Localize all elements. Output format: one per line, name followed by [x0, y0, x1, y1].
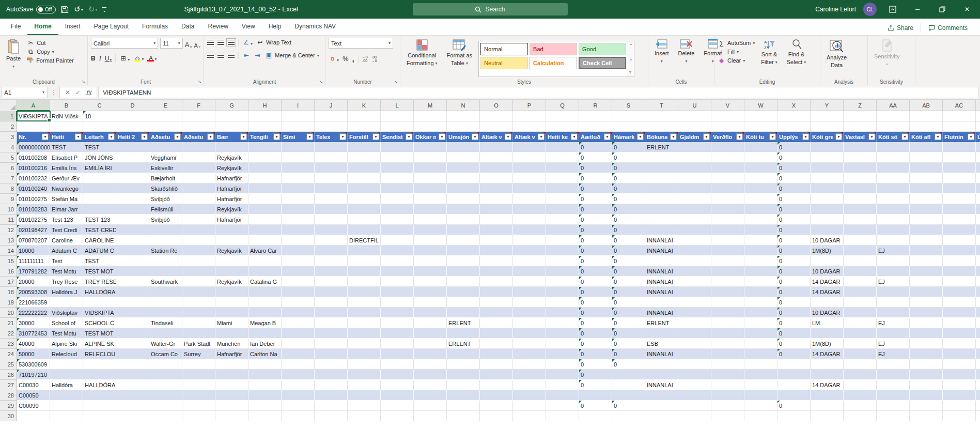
column-header-A[interactable]: A: [17, 100, 50, 111]
redo-button[interactable]: ↻▾: [88, 5, 98, 14]
column-header-S[interactable]: S: [612, 100, 645, 111]
cell-Y27[interactable]: 14 DAGAR: [811, 380, 844, 390]
cell-X4[interactable]: 0: [777, 142, 811, 152]
cell-R23[interactable]: 0: [579, 339, 612, 349]
row-header-18[interactable]: 18: [0, 287, 17, 297]
cell-R14[interactable]: 0: [579, 246, 612, 256]
cell-F24[interactable]: Surrey: [182, 349, 215, 359]
cell-B24[interactable]: Relecloud: [50, 349, 83, 359]
row-header-3[interactable]: 3: [0, 132, 17, 142]
orientation-button[interactable]: ∠▾: [242, 39, 253, 46]
increase-decimal-button[interactable]: ←0.00: [362, 55, 368, 63]
undo-button[interactable]: ↺▾: [74, 5, 83, 14]
cell-E11[interactable]: Svíþjóð: [149, 215, 182, 225]
cell-B11[interactable]: Test 123: [50, 215, 83, 225]
cell-X13[interactable]: 0: [777, 235, 811, 246]
font-color-button[interactable]: A▾: [147, 56, 157, 62]
font-name-select[interactable]: Calibri▾: [91, 38, 158, 49]
cell-C15[interactable]: TEST: [83, 256, 116, 266]
filter-button-D[interactable]: ▼: [141, 133, 148, 140]
cell-A20[interactable]: 222222222: [17, 308, 50, 318]
cell-C22[interactable]: TEST MOT: [83, 328, 116, 339]
cell-A19[interactable]: 221066359: [17, 297, 50, 308]
cell-T4[interactable]: ERLENT: [645, 142, 678, 152]
column-header-F[interactable]: F: [182, 100, 215, 111]
align-left-icon[interactable]: [207, 53, 214, 58]
cell-S25[interactable]: 0: [612, 359, 645, 370]
column-header-B[interactable]: B: [50, 100, 83, 111]
cell-A10[interactable]: 010100283: [17, 204, 50, 215]
row-header-27[interactable]: 27: [0, 380, 17, 390]
cell-Y20[interactable]: 10 DAGAR: [811, 308, 844, 318]
select-all-corner[interactable]: [0, 100, 17, 111]
cell-A6[interactable]: 010100216: [17, 163, 50, 173]
row-header-24[interactable]: 24: [0, 349, 17, 359]
cell-B6[interactable]: Emilía Íris: [50, 163, 83, 173]
cell-B9[interactable]: Stefán Má: [50, 194, 83, 204]
cell-A17[interactable]: 20000: [17, 277, 50, 287]
cut-button[interactable]: ✂Cut: [27, 39, 74, 47]
row-header-4[interactable]: 4: [0, 142, 17, 152]
cell-X20[interactable]: 0: [777, 308, 811, 318]
cell-T24[interactable]: INNANLAI: [645, 349, 678, 359]
cell-X21[interactable]: 0: [777, 318, 811, 328]
column-header-I[interactable]: I: [282, 100, 315, 111]
search-box[interactable]: Search: [413, 3, 568, 16]
cell-E24[interactable]: Occam Co: [149, 349, 182, 359]
row-header-19[interactable]: 19: [0, 297, 17, 308]
filter-button-S[interactable]: ▼: [637, 133, 644, 140]
cell-R29[interactable]: 0: [579, 401, 612, 411]
filter-button-E[interactable]: ▼: [174, 133, 181, 140]
cell-X14[interactable]: 0: [777, 246, 811, 256]
row-header-7[interactable]: 7: [0, 173, 17, 184]
cell-G9[interactable]: Hafnarfjör: [215, 194, 248, 204]
cell-R5[interactable]: 0: [579, 152, 612, 163]
sort-filter-button[interactable]: AZ Sort & Filter▾: [758, 38, 780, 77]
enter-icon[interactable]: ✓: [75, 89, 81, 96]
cell-G14[interactable]: Reykjavík: [215, 246, 248, 256]
align-right-icon[interactable]: [228, 53, 235, 58]
autosave-pill[interactable]: Off: [36, 6, 56, 13]
cell-B21[interactable]: School of: [50, 318, 83, 328]
filter-button-C[interactable]: ▼: [108, 133, 115, 140]
filter-button-K[interactable]: ▼: [372, 133, 379, 140]
filter-button-O[interactable]: ▼: [505, 133, 511, 140]
cell-AA24[interactable]: EJ: [877, 349, 910, 359]
cell-C11[interactable]: TEST 123: [83, 215, 116, 225]
cell-T14[interactable]: INNANLAI: [645, 246, 678, 256]
column-header-U[interactable]: U: [678, 100, 711, 111]
cell-S7[interactable]: 0: [612, 173, 645, 184]
gallery-up-button[interactable]: ⌃: [629, 43, 633, 48]
row-header-16[interactable]: 16: [0, 266, 17, 277]
cell-X8[interactable]: 0: [777, 184, 811, 194]
style-bad[interactable]: Bad: [530, 43, 577, 55]
decrease-indent-icon[interactable]: ⇤: [242, 52, 250, 59]
accounting-dropdown[interactable]: ▾: [337, 58, 339, 63]
row-header-30[interactable]: 30: [0, 411, 17, 421]
cell-X22[interactable]: 0: [777, 328, 811, 339]
cell-G8[interactable]: Hafnarfjör: [215, 184, 248, 194]
cell-A26[interactable]: 710197210: [17, 370, 50, 380]
row-header-25[interactable]: 25: [0, 359, 17, 370]
cell-G6[interactable]: Reykjavík: [215, 163, 248, 173]
ribbon-display-options-button[interactable]: [884, 2, 901, 17]
cell-Y16[interactable]: 10 DAGAR: [811, 266, 844, 277]
cell-A21[interactable]: 30000: [17, 318, 50, 328]
cell-R10[interactable]: 0: [579, 204, 612, 215]
row-header-11[interactable]: 11: [0, 215, 17, 225]
cell-X17[interactable]: 0: [777, 277, 811, 287]
style-normal[interactable]: Normal: [480, 43, 528, 55]
cell-B4[interactable]: TEST: [50, 142, 83, 152]
copy-button[interactable]: ⧉Copy▾: [27, 48, 74, 55]
cell-H17[interactable]: Catalina G: [248, 277, 282, 287]
row-header-1[interactable]: 1: [0, 111, 17, 121]
filter-button-Q[interactable]: ▼: [571, 133, 578, 140]
cell-G5[interactable]: Reykjavík: [215, 152, 248, 163]
cell-S29[interactable]: 0: [612, 401, 645, 411]
cell-B22[interactable]: Test Motu: [50, 328, 83, 339]
cell-A23[interactable]: 40000: [17, 339, 50, 349]
cell-R21[interactable]: 0: [579, 318, 612, 328]
cell-R27[interactable]: 0: [579, 380, 612, 390]
conditional-formatting-button[interactable]: Conditional Formatting▾: [403, 38, 441, 77]
cell-C14[interactable]: ADATUM C: [83, 246, 116, 256]
